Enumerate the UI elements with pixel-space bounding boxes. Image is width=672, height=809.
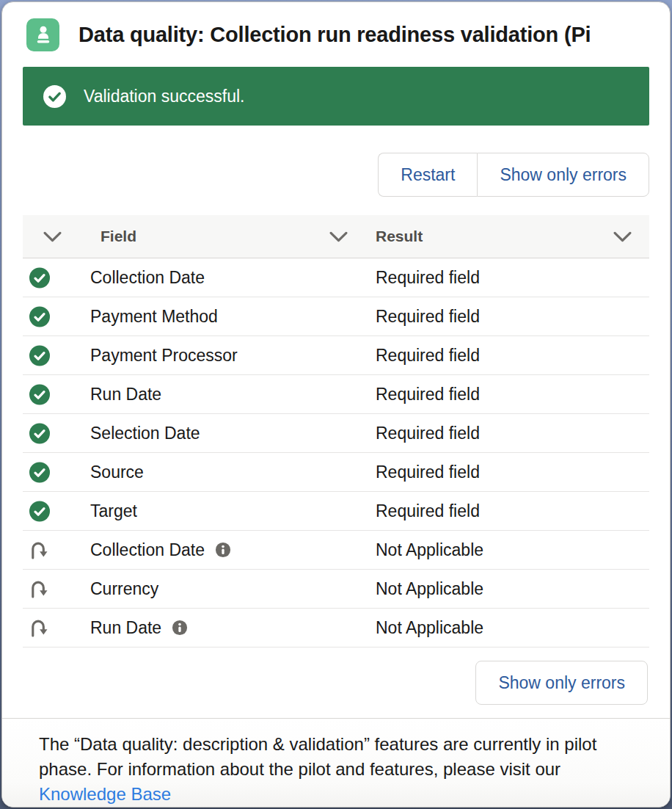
- row-field-cell: Collection Date: [81, 540, 365, 560]
- row-result: Not Applicable: [365, 579, 649, 599]
- success-icon: [29, 423, 50, 444]
- info-icon[interactable]: [215, 542, 231, 558]
- approval-stamp-icon: [26, 18, 59, 51]
- success-icon: [29, 306, 50, 327]
- row-status-cell: [23, 618, 81, 638]
- row-result: Required field: [365, 346, 649, 366]
- row-field-label: Collection Date: [90, 540, 205, 560]
- modal-header: Data quality: Collection run readiness v…: [2, 2, 670, 67]
- table-row: Run Date Not Applicable: [23, 609, 649, 647]
- success-banner: Validation successful.: [23, 67, 649, 126]
- success-check-icon: [43, 85, 66, 108]
- row-status-cell: [23, 579, 81, 599]
- column-label-field: Field: [101, 228, 136, 245]
- success-icon: [29, 462, 50, 483]
- skipped-arrow-icon: [29, 618, 49, 638]
- success-icon: [29, 501, 50, 522]
- table-row: Payment Processor Required field: [23, 336, 649, 375]
- table-row: Run Date Required field: [23, 375, 649, 414]
- skipped-arrow-icon: [29, 579, 49, 599]
- row-status-cell: [23, 540, 81, 560]
- row-field-cell: Collection Date: [81, 268, 365, 288]
- table-row: Target Required field: [23, 492, 649, 531]
- success-icon: [29, 267, 50, 289]
- row-status-cell: [23, 384, 81, 405]
- row-result: Required field: [365, 385, 649, 404]
- row-status-cell: [23, 267, 81, 289]
- row-field-label: Source: [90, 462, 144, 482]
- row-field-label: Run Date: [90, 385, 161, 404]
- table-row: Payment Method Required field: [23, 297, 649, 336]
- row-field-label: Target: [90, 501, 137, 521]
- table-header-row: Field Result: [23, 215, 649, 258]
- table-row: Source Required field: [23, 453, 649, 492]
- chevron-down-icon[interactable]: [329, 231, 348, 242]
- data-quality-modal: Data quality: Collection run readiness v…: [1, 1, 671, 808]
- table-body: Collection Date Required field Payment M…: [23, 258, 649, 647]
- row-field-label: Payment Processor: [90, 346, 238, 366]
- row-status-cell: [23, 423, 81, 444]
- row-field-cell: Run Date: [81, 618, 365, 638]
- table-row: Collection Date Not Applicable: [23, 531, 649, 570]
- row-status-cell: [23, 306, 81, 327]
- pilot-footnote: The “Data quality: description & validat…: [2, 718, 670, 808]
- banner-message: Validation successful.: [84, 87, 244, 106]
- row-field-cell: Run Date: [81, 385, 365, 404]
- row-result: Not Applicable: [365, 618, 649, 638]
- table-row: Collection Date Required field: [23, 258, 649, 297]
- row-result: Required field: [365, 501, 649, 521]
- row-field-cell: Source: [81, 462, 365, 482]
- page-title: Data quality: Collection run readiness v…: [78, 23, 591, 47]
- row-field-cell: Target: [81, 501, 365, 521]
- row-status-cell: [23, 462, 81, 483]
- skipped-arrow-icon: [29, 540, 49, 560]
- knowledge-base-link[interactable]: Knowledge Base: [39, 784, 171, 804]
- row-field-label: Payment Method: [90, 307, 218, 327]
- success-icon: [29, 384, 50, 405]
- toolbar: Restart Show only errors: [2, 153, 649, 197]
- chevron-down-icon[interactable]: [43, 231, 62, 242]
- column-header-status[interactable]: [23, 215, 81, 258]
- row-field-cell: Payment Processor: [81, 346, 365, 366]
- show-only-errors-button-bottom[interactable]: Show only errors: [475, 661, 648, 705]
- column-header-field[interactable]: Field: [81, 215, 365, 258]
- row-field-label: Run Date: [90, 618, 161, 638]
- row-field-cell: Currency: [81, 579, 365, 599]
- row-result: Required field: [365, 268, 649, 288]
- table-row: Selection Date Required field: [23, 414, 649, 453]
- row-status-cell: [23, 501, 81, 522]
- row-status-cell: [23, 345, 81, 366]
- footnote-text: The “Data quality: description & validat…: [39, 734, 596, 779]
- row-field-label: Selection Date: [90, 424, 200, 443]
- validation-table: Field Result Colle: [23, 215, 649, 647]
- row-field-label: Collection Date: [90, 268, 205, 288]
- row-result: Required field: [365, 462, 649, 482]
- bottom-actions: Show only errors: [2, 661, 648, 705]
- show-only-errors-button[interactable]: Show only errors: [477, 153, 649, 197]
- toolbar-button-group: Restart Show only errors: [378, 153, 649, 197]
- restart-button[interactable]: Restart: [378, 153, 477, 197]
- row-field-cell: Payment Method: [81, 307, 365, 327]
- column-label-result: Result: [376, 228, 423, 245]
- column-header-result[interactable]: Result: [365, 215, 649, 258]
- row-field-cell: Selection Date: [81, 424, 365, 443]
- info-icon[interactable]: [172, 620, 188, 636]
- chevron-down-icon[interactable]: [613, 231, 632, 242]
- success-icon: [29, 345, 50, 366]
- row-result: Not Applicable: [365, 540, 649, 560]
- row-field-label: Currency: [90, 579, 158, 599]
- table-row: Currency Not Applicable: [23, 570, 649, 609]
- row-result: Required field: [365, 307, 649, 327]
- row-result: Required field: [365, 424, 649, 443]
